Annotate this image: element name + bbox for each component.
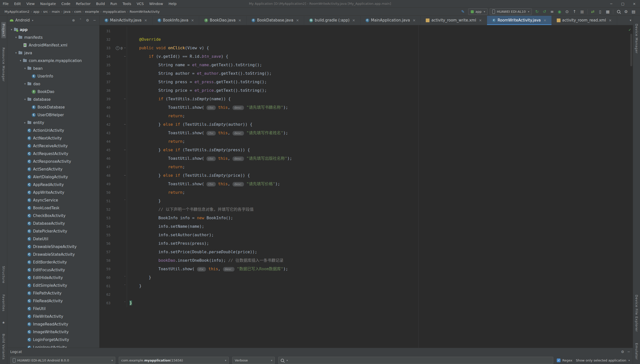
editor-scrollbar[interactable] <box>630 34 632 66</box>
close-icon[interactable]: × <box>352 18 355 22</box>
fold-marker[interactable]: − <box>123 120 127 129</box>
close-button[interactable]: × <box>628 0 640 8</box>
tree-item[interactable]: CFileUtil <box>7 305 99 312</box>
tree-item[interactable]: CUserInfo <box>7 72 99 80</box>
tree-item[interactable]: CLoginForgetActivity <box>7 336 99 344</box>
tree-item[interactable]: ▾dao <box>7 80 99 88</box>
hide-panel-icon[interactable]: ─ <box>92 18 97 22</box>
tree-item[interactable]: ▾java <box>7 49 99 57</box>
hidden-tabs-icon[interactable]: ▾ <box>630 16 631 25</box>
breadcrumb-item[interactable]: java <box>63 10 72 14</box>
close-icon[interactable]: × <box>296 18 299 22</box>
tree-item[interactable]: CAppReadActivity <box>7 181 99 188</box>
tree-item[interactable]: ▸entity <box>7 119 99 126</box>
maximize-button[interactable]: ▢ <box>617 0 628 8</box>
stripe-device-file-explorer[interactable]: Device File Explorer <box>634 293 639 334</box>
menu-file[interactable]: File <box>0 0 11 8</box>
apply-code-changes-icon[interactable]: ↺ <box>542 9 548 15</box>
breadcrumb-item[interactable]: RoomWriteActivity <box>128 10 160 14</box>
search-everywhere-icon[interactable] <box>616 9 622 15</box>
menu-code[interactable]: Code <box>59 0 73 8</box>
tab-mainactivity-java[interactable]: CMainActivity.java× <box>100 16 152 25</box>
tree-item[interactable]: CAppWriteActivity <box>7 188 99 196</box>
profiler-icon[interactable]: ⊙ <box>564 9 570 15</box>
logcat-filter-selector[interactable]: Show only selected application ▾ <box>576 358 630 362</box>
tree-item[interactable]: CActReceiveActivity <box>7 142 99 150</box>
tree-item[interactable]: CBookLoadTask <box>7 204 99 212</box>
annotation-icon[interactable]: @ <box>120 46 122 50</box>
menu-view[interactable]: View <box>24 0 38 8</box>
layout-inspector-icon[interactable]: ▦ <box>605 9 611 15</box>
settings-icon[interactable]: ⚙ <box>621 350 624 354</box>
tree-item[interactable]: CBookDatabase <box>7 103 99 111</box>
tree-item[interactable]: CEditFocusActivity <box>7 266 99 274</box>
tree-chevron[interactable]: ▾ <box>23 67 27 70</box>
menu-build[interactable]: Build <box>93 0 108 8</box>
tree-item[interactable]: CFileWriteActivity <box>7 312 99 320</box>
tree-chevron[interactable]: ▾ <box>14 51 18 54</box>
tree-item[interactable]: CAlertDialogActivity <box>7 173 99 181</box>
tree-item[interactable]: CDrawableStateActivity <box>7 250 99 258</box>
settings-icon[interactable]: ⚙ <box>623 9 629 15</box>
tree-item[interactable]: CLoginInputActivity <box>7 344 99 348</box>
close-icon[interactable]: × <box>544 18 546 22</box>
favorites-star-icon[interactable]: ★ <box>2 320 5 324</box>
fold-marker[interactable]: ˆ <box>123 197 127 205</box>
stripe-device-manager[interactable]: Device Manager <box>634 22 639 56</box>
overriding-method-icon[interactable]: ↑ <box>116 46 120 50</box>
tree-item[interactable]: CActionUriActivity <box>7 126 99 134</box>
project-view-selector[interactable]: Android <box>15 18 30 22</box>
tab-bookdao-java[interactable]: IBookDao.java× <box>199 16 246 25</box>
edit-icon[interactable]: ✎ <box>460 9 466 15</box>
tab-build-gradle-app[interactable]: Gbuild.gradle (:app)× <box>304 16 360 25</box>
close-icon[interactable]: × <box>413 18 416 22</box>
tree-chevron[interactable]: ▾ <box>23 98 27 101</box>
tree-item[interactable]: ▾database <box>7 96 99 103</box>
device-selector[interactable]: HUAWEI EDI-AL10 ▾ <box>490 8 532 15</box>
stripe-structure[interactable]: Structure <box>1 264 6 285</box>
tab-roomwriteactivity-java[interactable]: CRoomWriteActivity.java× <box>487 16 552 25</box>
tab-activity-room-read-xml[interactable]: activity_room_read.xml× <box>552 16 617 25</box>
menu-run[interactable]: Run <box>108 0 120 8</box>
build-menu-icon[interactable]: ≡ <box>549 9 555 15</box>
apply-changes-icon[interactable]: ↻ <box>534 9 540 15</box>
tree-item[interactable]: CFileReadActivity <box>7 297 99 305</box>
stripe-build-variants[interactable]: Build Variants <box>1 332 6 362</box>
inspections-ok-icon[interactable]: ✓ <box>628 27 631 32</box>
tree-item[interactable]: CActNextActivity <box>7 134 99 142</box>
menu-navigate[interactable]: Navigate <box>38 0 59 8</box>
menu-window[interactable]: Window <box>146 0 166 8</box>
fold-marker[interactable]: ˆ <box>123 282 127 290</box>
tree-item[interactable]: AndroidManifest.xml <box>7 41 99 49</box>
menu-vcs[interactable]: VCS <box>134 0 146 8</box>
debug-icon[interactable]: ◉ <box>556 9 562 15</box>
stop-icon[interactable]: ■ <box>579 9 585 15</box>
fold-marker[interactable]: − <box>123 44 127 52</box>
fold-marker[interactable]: − <box>123 171 127 180</box>
run-config-selector[interactable]: app ▾ <box>468 8 488 15</box>
attach-process-icon[interactable]: ↑ <box>572 9 578 15</box>
tree-item[interactable]: CEditHideActivity <box>7 274 99 282</box>
tree-chevron[interactable]: ▸ <box>23 121 27 124</box>
tree-item[interactable]: ▾bean <box>7 64 99 72</box>
logcat-process-selector[interactable]: com.example.myapplication (15656) ▾ <box>119 357 229 364</box>
menu-refactor[interactable]: Refactor <box>73 0 93 8</box>
close-icon[interactable]: × <box>191 18 194 22</box>
menu-tools[interactable]: Tools <box>120 0 134 8</box>
logcat-device-selector[interactable]: HUAWEI EDI-AL10 Android 8.0.0 ▾ <box>10 357 115 364</box>
tree-chevron[interactable]: ▾ <box>23 82 27 86</box>
breadcrumb-item[interactable]: main <box>51 10 61 14</box>
tree-chevron[interactable]: ▾ <box>18 59 23 62</box>
code-editor[interactable]: 3132 @Override33↑@− public void onClick(… <box>100 25 633 348</box>
tree-item[interactable]: CAsyncService <box>7 196 99 204</box>
tree-item[interactable]: CDatePickerActivity <box>7 227 99 235</box>
tree-item[interactable]: ▾manifests <box>7 34 99 41</box>
settings-icon[interactable]: ⚙ <box>85 18 90 22</box>
tab-activity-room-write-xml[interactable]: activity_room_write.xml× <box>421 16 487 25</box>
tab-bookdatabase-java[interactable]: CBookDatabase.java× <box>246 16 304 25</box>
tree-item[interactable]: CDatabaseActivity <box>7 220 99 227</box>
close-icon[interactable]: × <box>479 18 482 22</box>
device-manager-icon[interactable]: ▯ <box>597 9 603 15</box>
tree-item[interactable]: CCheckBoxActivity <box>7 212 99 220</box>
hide-panel-icon[interactable]: ─ <box>628 350 630 354</box>
